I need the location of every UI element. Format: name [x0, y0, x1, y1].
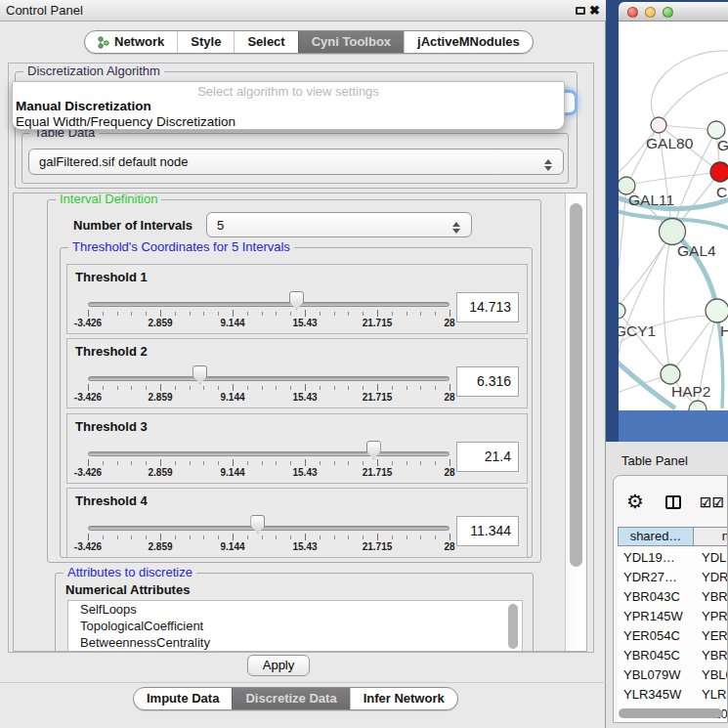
split-table-icon[interactable]: [665, 495, 681, 509]
node-partial[interactable]: [689, 401, 707, 410]
threshold-4-slider-thumb[interactable]: [250, 515, 265, 534]
tick-label: 15.43: [292, 318, 317, 328]
close-traffic-light[interactable]: [627, 7, 638, 18]
threshold-2-label: Threshold 2: [75, 344, 148, 359]
threshold-1-value-field[interactable]: 14.713: [456, 292, 519, 322]
cell: YPR145W: [623, 607, 683, 626]
node-red-selected[interactable]: [710, 162, 728, 182]
tab-cyni-toolbox[interactable]: Cyni Toolbox: [298, 31, 404, 53]
tab-impute-data[interactable]: Impute Data: [134, 688, 232, 709]
list-scrollbar-thumb[interactable]: [508, 604, 518, 649]
tab-style[interactable]: Style: [177, 31, 234, 53]
threshold-3-value-field[interactable]: 21.4: [456, 442, 519, 472]
tab-jactivemnodules[interactable]: jActiveMNodules: [404, 31, 533, 53]
network-window-titlebar: [619, 2, 728, 21]
number-of-intervals-combobox[interactable]: 5: [206, 212, 472, 237]
threshold-3-slider-track[interactable]: [88, 451, 450, 456]
tick-label: -3.426: [74, 467, 102, 478]
threshold-1-slider-thumb[interactable]: [289, 291, 304, 310]
cell: YLR345W: [623, 685, 681, 705]
threshold-2-slider-thumb[interactable]: [193, 365, 207, 384]
menu-item-manual-discretization[interactable]: Manual Discretization: [13, 99, 564, 114]
major-ticks: [88, 459, 450, 466]
threshold-4-value-field[interactable]: 11.344: [456, 516, 519, 546]
threshold-4-label: Threshold 4: [75, 493, 148, 508]
table-row[interactable]: YER054CYER0: [618, 626, 728, 646]
column-header-shared-name[interactable]: shared…: [618, 527, 694, 546]
tab-discretize-data-label: Discretize Data: [245, 688, 336, 709]
tab-select[interactable]: Select: [234, 31, 297, 53]
tick-label: 15.43: [292, 392, 317, 403]
table-row[interactable]: YBR045CYBR0: [618, 646, 728, 665]
tick-label: -3.426: [74, 392, 102, 403]
network-icon: [98, 36, 109, 49]
major-ticks: [88, 310, 450, 317]
table-row[interactable]: YLR345WYLR3: [618, 685, 728, 705]
threshold-3-label: Threshold 3: [75, 419, 148, 434]
node-gal4[interactable]: [660, 219, 686, 245]
threshold-2-panel: Threshold 2 -3.426 2.859 9.144 15.43 21.…: [66, 338, 528, 408]
tick-label: 2.859: [148, 541, 172, 552]
list-item[interactable]: SelfLoops: [68, 601, 522, 618]
algorithm-dropdown-popup: Select algorithm to view settings Manual…: [12, 81, 565, 130]
threshold-2-value-field[interactable]: 6.316: [456, 366, 519, 397]
node-label-c: C: [716, 184, 727, 200]
major-ticks: [88, 384, 450, 391]
threshold-2-slider-track[interactable]: [88, 376, 450, 381]
menu-item-equal-width-frequency[interactable]: Equal Width/Frequency Discretization: [13, 114, 564, 130]
checkbox-icons[interactable]: ☑☑: [700, 495, 724, 510]
tick-label: 9.144: [220, 392, 244, 403]
close-icon[interactable]: ✖: [589, 0, 600, 21]
table-data-combobox[interactable]: galFiltered.sif default node: [28, 149, 564, 175]
list-item[interactable]: BetweennessCentrality: [68, 634, 522, 651]
table-row[interactable]: YPR145WYPR1: [618, 607, 728, 626]
bottom-tab-bar: Impute Data Discretize Data Infer Networ…: [133, 687, 458, 710]
node-h[interactable]: [706, 299, 728, 322]
table-panel-box: ⚙ ☑☑ shared… name YDL19…YDL1 YDR27…YDR2 …: [613, 475, 728, 723]
node-hap2[interactable]: [661, 364, 680, 384]
top-tab-bar: Network Style Select Cyni Toolbox jActiv…: [84, 30, 534, 54]
table-row[interactable]: YBL079WYBL0: [618, 665, 728, 685]
cell: YDR2: [702, 568, 728, 587]
horizontal-scrollbar-thumb[interactable]: [619, 708, 722, 718]
threshold-4-slider-track[interactable]: [88, 526, 450, 531]
tab-network[interactable]: Network: [85, 31, 177, 53]
tab-discretize-data[interactable]: Discretize Data: [232, 688, 349, 709]
node-label-gal80: GAL80: [646, 135, 694, 151]
threshold-1-slider-track[interactable]: [88, 302, 450, 307]
table-data-group: Table Data galFiltered.sif default node: [21, 133, 569, 184]
network-nodes[interactable]: [619, 117, 728, 410]
minimize-traffic-light[interactable]: [645, 7, 656, 18]
column-header-name[interactable]: name: [693, 527, 728, 546]
node-label-gal4: GAL4: [677, 242, 716, 259]
apply-button[interactable]: Apply: [247, 655, 310, 676]
spinner-arrows-icon: [452, 218, 462, 237]
cell: YPR1: [702, 607, 728, 626]
network-canvas[interactable]: GAL80 G. GAL11 GAL4 GCY1 H HAP2 C: [619, 21, 728, 410]
table-row[interactable]: YBR043CYBR0: [618, 587, 728, 607]
table-panel: Table Panel ⚙ ☑☑ shared… name YDL19…YDL1…: [606, 442, 728, 728]
settings-scrollbar-track[interactable]: [565, 193, 586, 651]
node-gcy1[interactable]: [619, 303, 625, 319]
interval-definition-group: Interval Definition Number of Intervals …: [47, 199, 541, 563]
float-window-icon[interactable]: [576, 7, 585, 15]
tab-infer-network[interactable]: Infer Network: [350, 688, 457, 709]
algorithm-prompt: Select algorithm to view settings: [13, 84, 564, 99]
tick-label: -3.426: [74, 541, 102, 552]
table-data-combobox-value: galFiltered.sif default node: [39, 150, 188, 174]
cell: YBR0: [702, 587, 728, 607]
control-panel: Control Panel ✖ Network Style Select Cyn…: [0, 0, 606, 728]
list-item[interactable]: TopologicalCoefficient: [68, 618, 522, 634]
numerical-attributes-list: SelfLoops TopologicalCoefficient Between…: [67, 600, 523, 652]
attributes-group: Attributes to discretize Numerical Attri…: [55, 573, 534, 652]
threshold-3-slider-thumb[interactable]: [366, 441, 381, 459]
settings-scrollbar-thumb[interactable]: [570, 203, 582, 567]
thresholds-group-label: Threshold's Coordinates for 5 Intervals: [68, 239, 294, 254]
tab-style-label: Style: [191, 31, 221, 53]
gear-icon[interactable]: ⚙: [626, 492, 644, 511]
tick-label: 2.859: [148, 318, 172, 328]
node-gal80[interactable]: [651, 117, 666, 133]
table-row[interactable]: YDR27…YDR2: [618, 568, 728, 587]
table-row[interactable]: YDL19…YDL1: [618, 548, 728, 568]
zoom-traffic-light[interactable]: [663, 7, 673, 18]
